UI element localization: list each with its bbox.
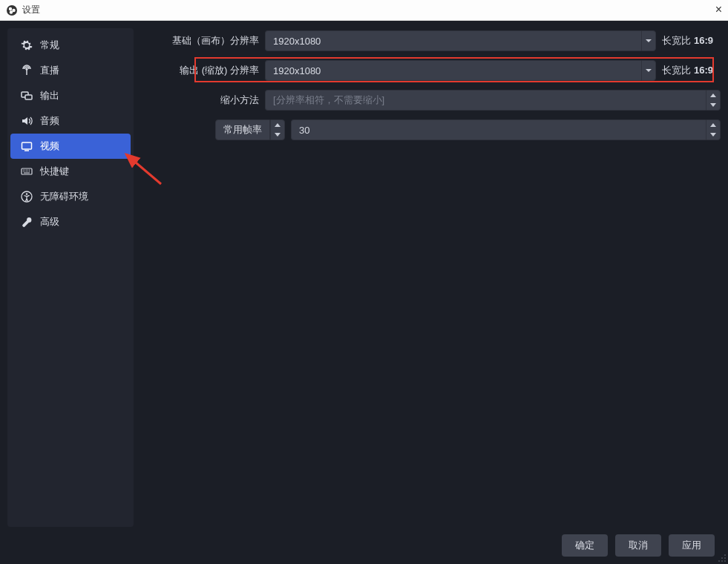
svg-rect-6 — [25, 95, 32, 99]
gear-icon — [21, 39, 33, 51]
tools-icon — [21, 216, 33, 228]
label-base-resolution: 基础（画布）分辨率 — [142, 34, 265, 47]
downscale-spin[interactable] — [706, 90, 721, 111]
fps-value-spin[interactable] — [706, 119, 721, 140]
resize-grip-icon[interactable] — [718, 554, 727, 563]
svg-point-14 — [721, 557, 723, 559]
svg-point-0 — [7, 5, 17, 16]
svg-point-4 — [26, 68, 27, 70]
row-downscale-filter: 缩小方法 [分辨率相符，不需要缩小] — [142, 88, 721, 113]
svg-point-10 — [26, 193, 27, 194]
ok-button[interactable]: 确定 — [562, 534, 608, 557]
fps-type-combo[interactable]: 常用帧率 — [215, 119, 285, 140]
chevron-down-icon[interactable] — [706, 100, 720, 110]
base-resolution-input[interactable] — [265, 30, 641, 51]
output-resolution-input[interactable] — [265, 60, 641, 81]
titlebar: 设置 × — [0, 0, 728, 21]
output-resolution-combo[interactable] — [265, 60, 656, 81]
fps-type-spin[interactable] — [270, 119, 285, 140]
sidebar-item-advanced[interactable]: 高级 — [10, 209, 131, 235]
fps-value: 30 — [291, 119, 706, 140]
sidebar-item-general[interactable]: 常规 — [10, 33, 131, 58]
chevron-down-icon[interactable] — [706, 130, 720, 140]
chevron-down-icon[interactable] — [641, 60, 656, 81]
svg-point-12 — [724, 554, 726, 556]
chevron-down-icon[interactable] — [641, 30, 656, 51]
sidebar-item-label: 快捷键 — [40, 165, 69, 178]
chevron-down-icon[interactable] — [271, 130, 284, 140]
monitor-icon — [21, 140, 33, 152]
sidebar-item-label: 视频 — [40, 140, 59, 153]
sidebar: 常规 直播 输出 音频 视频 快捷键 — [7, 28, 134, 527]
svg-point-1 — [9, 7, 12, 10]
svg-point-17 — [718, 560, 720, 562]
sidebar-item-stream[interactable]: 直播 — [10, 58, 131, 83]
app-icon — [6, 4, 18, 16]
sidebar-item-accessibility[interactable]: 无障碍环境 — [10, 184, 131, 209]
svg-point-13 — [724, 557, 726, 559]
sidebar-item-video[interactable]: 视频 — [10, 134, 131, 159]
downscale-filter-value: [分辨率相符，不需要缩小] — [265, 90, 706, 111]
row-base-resolution: 基础（画布）分辨率 长宽比 16:9 — [142, 28, 721, 53]
footer: 确定 取消 应用 — [0, 527, 728, 564]
sidebar-item-label: 常规 — [40, 39, 59, 52]
svg-point-16 — [721, 560, 723, 562]
sidebar-item-audio[interactable]: 音频 — [10, 108, 131, 134]
svg-point-3 — [10, 10, 13, 13]
sidebar-item-label: 无障碍环境 — [40, 190, 88, 203]
chevron-up-icon[interactable] — [271, 120, 284, 130]
sidebar-item-output[interactable]: 输出 — [10, 83, 131, 108]
fps-value-combo[interactable]: 30 — [291, 119, 721, 140]
speaker-icon — [21, 115, 33, 127]
base-aspect-ratio: 长宽比 16:9 — [662, 34, 721, 47]
downscale-filter-combo[interactable]: [分辨率相符，不需要缩小] — [265, 90, 721, 111]
close-icon[interactable]: × — [715, 3, 722, 16]
output-aspect-ratio: 长宽比 16:9 — [662, 64, 721, 77]
sidebar-item-label: 输出 — [40, 89, 59, 102]
label-downscale-filter: 缩小方法 — [142, 94, 265, 107]
settings-content: 基础（画布）分辨率 长宽比 16:9 输出 (缩放) 分辨率 长宽比 — [142, 28, 721, 527]
label-output-resolution: 输出 (缩放) 分辨率 — [142, 64, 265, 77]
output-icon — [21, 90, 33, 102]
sidebar-item-hotkeys[interactable]: 快捷键 — [10, 159, 131, 184]
cancel-button[interactable]: 取消 — [615, 534, 661, 557]
row-output-resolution: 输出 (缩放) 分辨率 长宽比 16:9 — [142, 58, 721, 83]
fps-type-value: 常用帧率 — [215, 119, 270, 140]
sidebar-item-label: 音频 — [40, 114, 59, 128]
chevron-up-icon[interactable] — [706, 91, 720, 100]
accessibility-icon — [21, 191, 33, 203]
sidebar-item-label: 直播 — [40, 64, 59, 77]
base-resolution-combo[interactable] — [265, 30, 656, 51]
sidebar-item-label: 高级 — [40, 215, 59, 229]
apply-button[interactable]: 应用 — [669, 534, 715, 557]
svg-rect-7 — [22, 142, 32, 149]
svg-point-15 — [724, 560, 726, 562]
keyboard-icon — [21, 165, 33, 177]
chevron-up-icon[interactable] — [706, 120, 720, 130]
window-title: 设置 — [22, 4, 40, 16]
row-fps: 常用帧率 30 — [142, 117, 721, 142]
antenna-icon — [21, 65, 33, 76]
